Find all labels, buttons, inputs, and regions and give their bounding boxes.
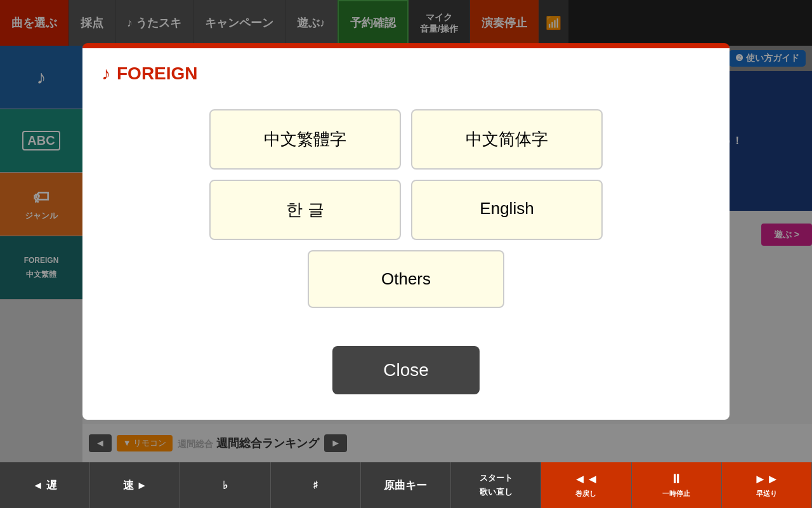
btn-restart[interactable]: スタート 歌い直し (451, 462, 541, 508)
modal-overlay: ♪ FOREIGN 中文繁體字 中文简体字 한 글 English Others… (0, 0, 812, 462)
btn-sharp[interactable]: ♯ (271, 462, 361, 508)
btn-others[interactable]: Others (308, 250, 504, 308)
btn-rewind[interactable]: ◄◄ 巻戻し (541, 462, 631, 508)
btn-slow[interactable]: ◄ 遅 (0, 462, 90, 508)
btn-fast[interactable]: 速 ► (90, 462, 180, 508)
modal-title: ♪ FOREIGN (102, 64, 198, 84)
btn-traditional-chinese[interactable]: 中文繁體字 (209, 109, 401, 170)
btn-flat[interactable]: ♭ (180, 462, 270, 508)
btn-simplified-chinese[interactable]: 中文简体字 (411, 109, 603, 170)
btn-original-key[interactable]: 原曲キー (361, 462, 451, 508)
bottom-navigation: ◄ 遅 速 ► ♭ ♯ 原曲キー スタート 歌い直し ◄◄ 巻戻し ⏸ 一時停止… (0, 462, 812, 508)
language-grid: 中文繁體字 中文简体字 한 글 English (209, 109, 603, 240)
modal-music-icon: ♪ (102, 64, 110, 84)
modal-close-button[interactable]: Close (332, 346, 480, 394)
foreign-modal: ♪ FOREIGN 中文繁體字 中文简体字 한 글 English Others… (82, 43, 730, 420)
btn-fast-forward[interactable]: ►► 早送り (722, 462, 812, 508)
btn-english[interactable]: English (411, 180, 603, 240)
btn-pause[interactable]: ⏸ 一時停止 (632, 462, 722, 508)
btn-korean[interactable]: 한 글 (209, 180, 401, 240)
